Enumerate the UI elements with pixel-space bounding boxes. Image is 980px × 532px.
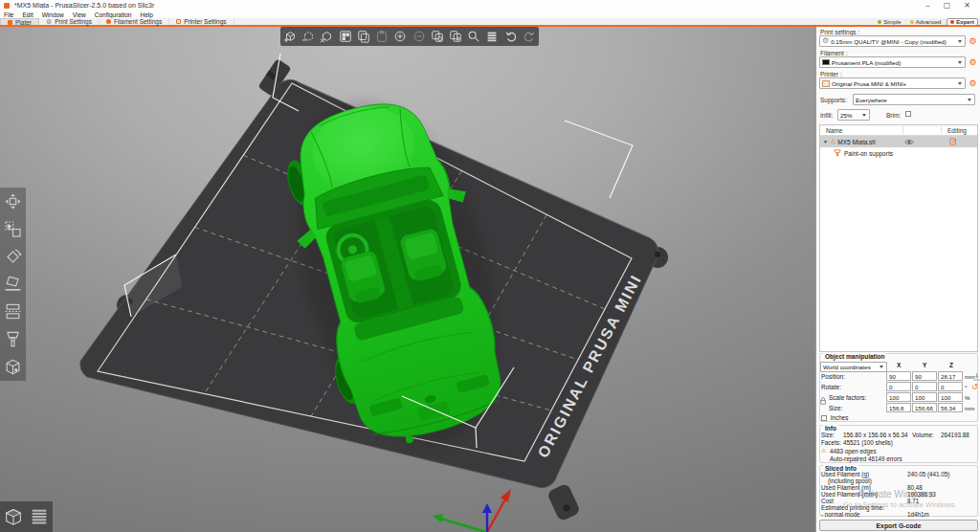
export-gcode-button[interactable]: Export G-code <box>819 520 978 531</box>
menu-file[interactable]: File <box>4 11 13 18</box>
add-instance-icon[interactable] <box>393 30 407 43</box>
split-objects-icon[interactable] <box>431 30 444 43</box>
object-list-header: Name Editing <box>820 125 977 136</box>
paint-brush-icon <box>834 149 841 157</box>
scale-z-field[interactable]: 100 <box>938 392 963 402</box>
mode-advanced[interactable]: Advanced <box>907 18 945 26</box>
tab-plater[interactable]: Plater <box>0 18 39 25</box>
delete-all-icon[interactable] <box>320 30 333 43</box>
supports-combo[interactable]: Everywhere <box>853 94 975 105</box>
size-x-field[interactable]: 156.8 <box>886 403 911 412</box>
brim-checkbox[interactable] <box>905 111 911 117</box>
watermark-line1: Activate Windows <box>858 489 933 499</box>
variable-layer-height-icon[interactable] <box>485 30 499 43</box>
split-parts-icon[interactable] <box>449 30 462 43</box>
mode-switcher: Simple Advanced Expert <box>875 18 978 25</box>
expand-chevron-icon[interactable]: ▼ <box>823 139 828 144</box>
rotate-icon[interactable] <box>4 248 22 266</box>
brim-label: Brim: <box>886 112 901 119</box>
scale-icon[interactable] <box>4 220 22 238</box>
close-icon[interactable]: ✕ <box>964 2 970 10</box>
copy-icon[interactable] <box>357 30 370 43</box>
delete-icon[interactable] <box>301 30 315 43</box>
window-controls: – ▢ ✕ <box>925 2 970 10</box>
eye-icon[interactable] <box>904 139 914 145</box>
chevron-down-icon <box>880 366 883 368</box>
object-row-supports[interactable]: Paint-on supports <box>820 147 977 159</box>
filament-label: Filament : <box>820 50 848 56</box>
tab-filament-settings[interactable]: Filament Settings <box>100 18 169 25</box>
warning-icon: ⚠ <box>830 138 835 145</box>
viewport-3d[interactable]: ORIGINAL PRUSA MINI <box>0 27 815 532</box>
search-icon[interactable] <box>467 30 480 43</box>
paste-icon[interactable] <box>375 30 389 43</box>
menu-bar: File Edit Window View Configuration Help <box>0 11 980 18</box>
scale-x-field[interactable]: 100 <box>886 392 911 402</box>
rotate-z-field[interactable]: 0 <box>938 382 963 391</box>
position-z-field[interactable]: 28.17 <box>938 371 963 381</box>
place-on-face-icon[interactable] <box>4 275 22 293</box>
undo-icon[interactable] <box>504 30 518 43</box>
filament-gear-button[interactable]: ⚙ <box>968 57 978 68</box>
col-y: Y <box>923 362 926 368</box>
drop-to-bed-icon[interactable] <box>973 373 980 381</box>
mode-expert[interactable]: Expert <box>947 18 978 26</box>
preview-icon[interactable] <box>29 506 50 527</box>
inches-row: Inches <box>821 414 848 421</box>
add-icon[interactable] <box>283 30 297 43</box>
chevron-down-icon <box>862 114 866 117</box>
chevron-down-icon <box>958 82 962 85</box>
menu-configuration[interactable]: Configuration <box>95 11 132 18</box>
info-facets-value: 45521 (100 shells) <box>843 439 893 446</box>
print-settings-combo[interactable]: ⚙ 0.15mm QUALITY @MINI - Copy (modified) <box>819 35 966 47</box>
info-size-value: 156.80 x 156.66 x 56.34 <box>843 432 908 438</box>
info-volume-value: 264193.88 <box>941 432 969 438</box>
mode-simple[interactable]: Simple <box>875 18 903 26</box>
position-y-field[interactable]: 90 <box>912 371 937 381</box>
paint-on-supports-icon[interactable] <box>4 330 22 348</box>
printer-gear-button[interactable]: ⚙ <box>968 78 978 89</box>
axes-indicator <box>433 489 511 532</box>
infill-label: Infill: <box>820 112 833 119</box>
position-x-field[interactable]: 90 <box>886 371 911 381</box>
print-settings-label: Print settings : <box>820 29 859 35</box>
filament-row: Prusament PLA (modified) ⚙ <box>819 56 978 68</box>
gizmo-toolbar <box>0 188 26 381</box>
maximize-icon[interactable]: ▢ <box>944 2 951 10</box>
app-icon <box>4 3 10 9</box>
menu-view[interactable]: View <box>73 11 86 18</box>
cut-icon[interactable] <box>4 302 22 321</box>
seam-icon[interactable] <box>4 358 22 376</box>
editor-view-icon[interactable] <box>3 506 24 527</box>
view-mode-buttons <box>0 501 53 532</box>
inches-checkbox[interactable] <box>821 415 827 421</box>
scale-y-field[interactable]: 100 <box>912 392 937 402</box>
remove-instance-icon[interactable] <box>412 30 426 43</box>
tab-printer-settings[interactable]: Printer Settings <box>169 18 234 25</box>
print-settings-row: ⚙ 0.15mm QUALITY @MINI - Copy (modified)… <box>819 35 978 47</box>
printer-combo[interactable]: Original Prusa MINI & MINI+ <box>819 78 966 89</box>
object-row-mx5[interactable]: ▼ ⚠ MX5 Miata.stl <box>820 136 977 147</box>
coords-combo[interactable]: World coordinates <box>820 362 887 372</box>
prusaslicer-window: *MX5 Miata - PrusaSlicer-2.5.0 based on … <box>0 0 980 532</box>
preset-gear-icon: ⚙ <box>822 37 829 45</box>
minimize-icon[interactable]: – <box>925 2 929 10</box>
arrange-icon[interactable] <box>339 30 352 43</box>
rotate-y-field[interactable]: 0 <box>912 382 937 391</box>
filament-combo[interactable]: Prusament PLA (modified) <box>819 56 966 68</box>
edit-icon[interactable] <box>949 138 957 145</box>
rotate-x-field[interactable]: 0 <box>886 382 911 391</box>
move-icon[interactable] <box>4 192 22 211</box>
menu-edit[interactable]: Edit <box>22 11 33 18</box>
top-toolbar <box>280 27 539 46</box>
redo-icon[interactable] <box>523 30 536 43</box>
menu-help[interactable]: Help <box>140 11 152 18</box>
title-bar: *MX5 Miata - PrusaSlicer-2.5.0 based on … <box>0 0 980 11</box>
print-settings-gear-button[interactable]: ⚙ <box>968 36 978 47</box>
menu-window[interactable]: Window <box>42 11 64 18</box>
infill-combo[interactable]: 25% <box>837 109 870 121</box>
reset-rotation-icon[interactable]: ↺ <box>971 383 978 391</box>
tab-print-settings[interactable]: ⚙ Print Settings <box>39 18 100 25</box>
size-y-field[interactable]: 156.66 <box>912 403 937 412</box>
size-z-field[interactable]: 56.34 <box>938 403 963 412</box>
